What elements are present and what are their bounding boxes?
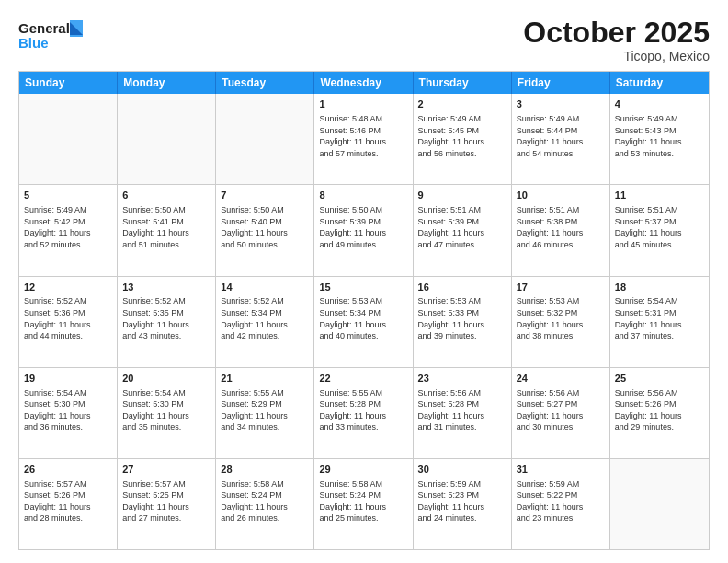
- day-number: 9: [418, 189, 506, 202]
- day-info: Sunrise: 5:52 AMSunset: 5:36 PMDaylight:…: [24, 295, 112, 341]
- calendar-cell: [19, 94, 118, 184]
- day-number: 16: [418, 281, 506, 294]
- calendar-week-2: 5Sunrise: 5:49 AMSunset: 5:42 PMDaylight…: [19, 184, 709, 275]
- calendar-cell: 18Sunrise: 5:54 AMSunset: 5:31 PMDayligh…: [610, 277, 709, 367]
- calendar-cell: 2Sunrise: 5:49 AMSunset: 5:45 PMDaylight…: [414, 94, 512, 184]
- day-info: Sunrise: 5:54 AMSunset: 5:31 PMDaylight:…: [615, 295, 704, 341]
- day-info: Sunrise: 5:58 AMSunset: 5:24 PMDaylight:…: [319, 478, 407, 524]
- day-number: 15: [319, 281, 407, 294]
- calendar-cell: 23Sunrise: 5:56 AMSunset: 5:28 PMDayligh…: [414, 368, 512, 458]
- calendar-cell: 24Sunrise: 5:56 AMSunset: 5:27 PMDayligh…: [512, 368, 610, 458]
- page: General Blue October 2025 Ticopo, Mexico…: [0, 0, 728, 563]
- calendar-week-5: 26Sunrise: 5:57 AMSunset: 5:26 PMDayligh…: [19, 458, 709, 549]
- day-number: 23: [418, 372, 506, 385]
- day-info: Sunrise: 5:53 AMSunset: 5:32 PMDaylight:…: [517, 295, 605, 341]
- header-day-thursday: Thursday: [414, 72, 512, 94]
- calendar-cell: 13Sunrise: 5:52 AMSunset: 5:35 PMDayligh…: [118, 277, 216, 367]
- header-day-tuesday: Tuesday: [216, 72, 314, 94]
- day-info: Sunrise: 5:50 AMSunset: 5:41 PMDaylight:…: [122, 204, 210, 250]
- calendar-week-1: 1Sunrise: 5:48 AMSunset: 5:46 PMDaylight…: [19, 94, 709, 184]
- title-block: October 2025 Ticopo, Mexico: [523, 17, 710, 63]
- calendar-cell: 3Sunrise: 5:49 AMSunset: 5:44 PMDaylight…: [512, 94, 610, 184]
- header-day-monday: Monday: [118, 72, 216, 94]
- calendar-cell: [118, 94, 216, 184]
- day-info: Sunrise: 5:50 AMSunset: 5:39 PMDaylight:…: [319, 204, 407, 250]
- day-number: 22: [319, 372, 407, 385]
- day-number: 25: [615, 372, 704, 385]
- calendar-week-3: 12Sunrise: 5:52 AMSunset: 5:36 PMDayligh…: [19, 276, 709, 367]
- calendar-cell: 9Sunrise: 5:51 AMSunset: 5:39 PMDaylight…: [414, 185, 512, 275]
- calendar-cell: 5Sunrise: 5:49 AMSunset: 5:42 PMDaylight…: [19, 185, 118, 275]
- calendar-cell: 1Sunrise: 5:48 AMSunset: 5:46 PMDaylight…: [314, 94, 413, 184]
- logo: General Blue: [18, 17, 92, 61]
- day-number: 2: [418, 98, 506, 111]
- day-info: Sunrise: 5:52 AMSunset: 5:35 PMDaylight:…: [122, 295, 210, 341]
- day-number: 12: [24, 281, 112, 294]
- svg-text:Blue: Blue: [18, 35, 49, 51]
- calendar-cell: 15Sunrise: 5:53 AMSunset: 5:34 PMDayligh…: [314, 277, 413, 367]
- calendar-cell: 30Sunrise: 5:59 AMSunset: 5:23 PMDayligh…: [414, 459, 512, 549]
- day-number: 11: [615, 189, 704, 202]
- header-day-sunday: Sunday: [19, 72, 118, 94]
- day-number: 20: [122, 372, 210, 385]
- header-day-wednesday: Wednesday: [314, 72, 413, 94]
- month-title: October 2025: [523, 17, 710, 49]
- logo-svg: General Blue: [18, 17, 92, 57]
- calendar-cell: 4Sunrise: 5:49 AMSunset: 5:43 PMDaylight…: [610, 94, 709, 184]
- day-info: Sunrise: 5:49 AMSunset: 5:42 PMDaylight:…: [24, 204, 112, 250]
- calendar-cell: 22Sunrise: 5:55 AMSunset: 5:28 PMDayligh…: [314, 368, 413, 458]
- calendar-cell: 27Sunrise: 5:57 AMSunset: 5:25 PMDayligh…: [118, 459, 216, 549]
- day-number: 8: [319, 189, 407, 202]
- calendar-cell: 10Sunrise: 5:51 AMSunset: 5:38 PMDayligh…: [512, 185, 610, 275]
- header: General Blue October 2025 Ticopo, Mexico: [18, 17, 710, 63]
- day-info: Sunrise: 5:55 AMSunset: 5:28 PMDaylight:…: [319, 387, 407, 433]
- calendar-header: SundayMondayTuesdayWednesdayThursdayFrid…: [19, 72, 709, 94]
- day-number: 21: [221, 372, 309, 385]
- calendar-cell: 20Sunrise: 5:54 AMSunset: 5:30 PMDayligh…: [118, 368, 216, 458]
- day-info: Sunrise: 5:51 AMSunset: 5:38 PMDaylight:…: [517, 204, 605, 250]
- calendar-cell: 28Sunrise: 5:58 AMSunset: 5:24 PMDayligh…: [216, 459, 314, 549]
- day-number: 30: [418, 463, 506, 477]
- day-info: Sunrise: 5:49 AMSunset: 5:45 PMDaylight:…: [418, 113, 506, 159]
- calendar-cell: 14Sunrise: 5:52 AMSunset: 5:34 PMDayligh…: [216, 277, 314, 367]
- day-number: 10: [517, 189, 605, 202]
- day-info: Sunrise: 5:49 AMSunset: 5:43 PMDaylight:…: [615, 113, 704, 159]
- day-info: Sunrise: 5:52 AMSunset: 5:34 PMDaylight:…: [221, 295, 309, 341]
- day-info: Sunrise: 5:58 AMSunset: 5:24 PMDaylight:…: [221, 478, 309, 524]
- calendar-cell: 31Sunrise: 5:59 AMSunset: 5:22 PMDayligh…: [512, 459, 610, 549]
- calendar-body: 1Sunrise: 5:48 AMSunset: 5:46 PMDaylight…: [19, 94, 709, 549]
- day-info: Sunrise: 5:57 AMSunset: 5:26 PMDaylight:…: [24, 478, 112, 524]
- calendar-cell: 6Sunrise: 5:50 AMSunset: 5:41 PMDaylight…: [118, 185, 216, 275]
- day-number: 31: [517, 463, 605, 477]
- calendar-cell: 12Sunrise: 5:52 AMSunset: 5:36 PMDayligh…: [19, 277, 118, 367]
- header-day-friday: Friday: [512, 72, 610, 94]
- day-number: 29: [319, 463, 407, 477]
- day-number: 4: [615, 98, 704, 111]
- day-info: Sunrise: 5:55 AMSunset: 5:29 PMDaylight:…: [221, 387, 309, 433]
- day-info: Sunrise: 5:49 AMSunset: 5:44 PMDaylight:…: [517, 113, 605, 159]
- day-info: Sunrise: 5:50 AMSunset: 5:40 PMDaylight:…: [221, 204, 309, 250]
- day-number: 6: [122, 189, 210, 202]
- day-info: Sunrise: 5:57 AMSunset: 5:25 PMDaylight:…: [122, 478, 210, 524]
- day-info: Sunrise: 5:56 AMSunset: 5:27 PMDaylight:…: [517, 387, 605, 433]
- header-day-saturday: Saturday: [610, 72, 709, 94]
- day-info: Sunrise: 5:51 AMSunset: 5:37 PMDaylight:…: [615, 204, 704, 250]
- day-info: Sunrise: 5:51 AMSunset: 5:39 PMDaylight:…: [418, 204, 506, 250]
- day-number: 26: [24, 463, 112, 477]
- calendar-cell: 25Sunrise: 5:56 AMSunset: 5:26 PMDayligh…: [610, 368, 709, 458]
- day-number: 1: [319, 98, 407, 111]
- day-info: Sunrise: 5:48 AMSunset: 5:46 PMDaylight:…: [319, 113, 407, 159]
- calendar-week-4: 19Sunrise: 5:54 AMSunset: 5:30 PMDayligh…: [19, 367, 709, 458]
- day-number: 24: [517, 372, 605, 385]
- day-info: Sunrise: 5:59 AMSunset: 5:23 PMDaylight:…: [418, 478, 506, 524]
- calendar-cell: 21Sunrise: 5:55 AMSunset: 5:29 PMDayligh…: [216, 368, 314, 458]
- calendar-cell: [216, 94, 314, 184]
- day-info: Sunrise: 5:56 AMSunset: 5:26 PMDaylight:…: [615, 387, 704, 433]
- svg-text:General: General: [18, 20, 70, 36]
- calendar-cell: [610, 459, 709, 549]
- day-info: Sunrise: 5:56 AMSunset: 5:28 PMDaylight:…: [418, 387, 506, 433]
- day-number: 19: [24, 372, 112, 385]
- day-number: 5: [24, 189, 112, 202]
- location: Ticopo, Mexico: [523, 49, 710, 63]
- calendar-cell: 29Sunrise: 5:58 AMSunset: 5:24 PMDayligh…: [314, 459, 413, 549]
